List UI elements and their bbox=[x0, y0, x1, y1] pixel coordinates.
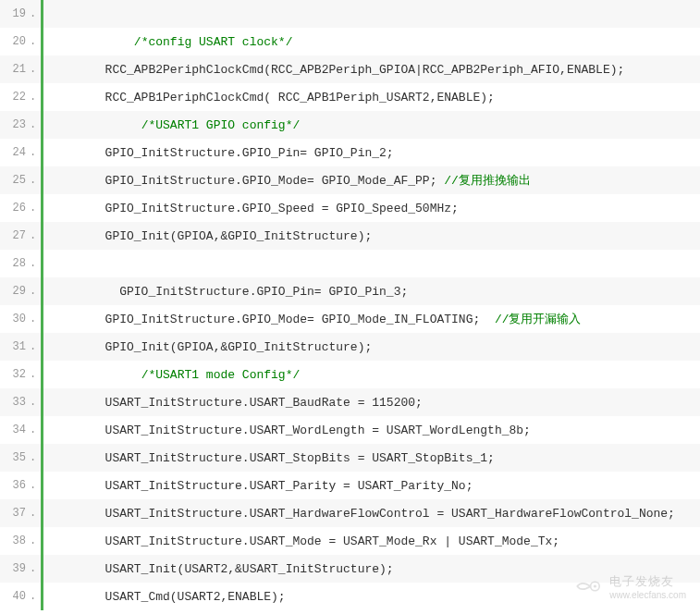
line-dot: . bbox=[30, 534, 37, 547]
code-content: USART_InitStructure.USART_HardwareFlowCo… bbox=[55, 507, 700, 521]
line-number: 34 bbox=[0, 424, 30, 436]
line-dot: . bbox=[30, 174, 37, 187]
line-dot: . bbox=[30, 285, 37, 298]
line-number: 23 bbox=[0, 118, 30, 131]
code-line: 29. GPIO_InitStructure.GPIO_Pin= GPIO_Pi… bbox=[0, 277, 700, 305]
line-number: 36 bbox=[0, 479, 30, 492]
code-line: 21. RCC_APB2PeriphClockCmd(RCC_APB2Perip… bbox=[0, 55, 700, 83]
code-line: 34. USART_InitStructure.USART_WordLength… bbox=[0, 416, 700, 444]
line-number: 26 bbox=[0, 202, 30, 215]
gutter-bar bbox=[41, 305, 43, 333]
code-content: /*config USART clock*/ bbox=[55, 35, 700, 49]
gutter-bar bbox=[41, 388, 43, 416]
line-dot: . bbox=[30, 63, 37, 76]
code-content: USART_InitStructure.USART_WordLength = U… bbox=[55, 424, 700, 437]
gutter-bar bbox=[41, 55, 43, 83]
gutter-bar bbox=[41, 83, 43, 111]
code-comment: //复用开漏输入 bbox=[495, 313, 582, 326]
code-content: USART_InitStructure.USART_Parity = USART… bbox=[55, 479, 700, 493]
line-number: 40 bbox=[0, 590, 30, 603]
line-number: 33 bbox=[0, 396, 30, 409]
code-content: /*USART1 GPIO config*/ bbox=[55, 118, 700, 132]
line-number: 28 bbox=[0, 257, 30, 270]
line-number: 24 bbox=[0, 146, 30, 159]
code-comment: /*USART1 GPIO config*/ bbox=[141, 118, 301, 132]
line-number: 20 bbox=[0, 35, 30, 48]
gutter-bar bbox=[41, 111, 43, 139]
code-content: /*USART1 mode Config*/ bbox=[55, 368, 700, 382]
gutter-bar bbox=[41, 333, 43, 361]
gutter-bar bbox=[41, 444, 43, 472]
line-dot: . bbox=[30, 91, 37, 104]
line-dot: . bbox=[30, 35, 37, 48]
code-content: GPIO_InitStructure.GPIO_Speed = GPIO_Spe… bbox=[55, 202, 700, 215]
gutter-bar bbox=[41, 499, 43, 527]
code-line: 25. GPIO_InitStructure.GPIO_Mode= GPIO_M… bbox=[0, 166, 700, 194]
gutter-bar bbox=[41, 583, 43, 610]
code-comment: //复用推挽输出 bbox=[444, 174, 531, 188]
code-content: GPIO_InitStructure.GPIO_Mode= GPIO_Mode_… bbox=[55, 311, 700, 327]
line-dot: . bbox=[30, 479, 37, 492]
gutter-bar bbox=[41, 222, 43, 250]
code-line: 28. bbox=[0, 250, 700, 277]
line-dot: . bbox=[30, 424, 37, 436]
code-line: 36. USART_InitStructure.USART_Parity = U… bbox=[0, 472, 700, 499]
code-content: RCC_APB2PeriphClockCmd(RCC_APB2Periph_GP… bbox=[55, 63, 700, 77]
line-dot: . bbox=[30, 507, 37, 520]
code-line: 39. USART_Init(USART2,&USART_InitStructu… bbox=[0, 555, 700, 583]
gutter-bar bbox=[41, 0, 43, 28]
gutter-bar bbox=[41, 250, 43, 277]
code-content: USART_Cmd(USART2,ENABLE); bbox=[55, 590, 700, 604]
line-number: 35 bbox=[0, 451, 30, 464]
gutter-bar bbox=[41, 166, 43, 194]
gutter-bar bbox=[41, 472, 43, 499]
line-dot: . bbox=[30, 590, 37, 603]
line-dot: . bbox=[30, 313, 37, 325]
code-line: 33. USART_InitStructure.USART_BaudRate =… bbox=[0, 388, 700, 416]
line-dot: . bbox=[30, 451, 37, 464]
line-number: 39 bbox=[0, 562, 30, 575]
gutter-bar bbox=[41, 555, 43, 583]
code-line: 40. USART_Cmd(USART2,ENABLE); bbox=[0, 583, 700, 610]
code-line: 24. GPIO_InitStructure.GPIO_Pin= GPIO_Pi… bbox=[0, 139, 700, 166]
code-line: 37. USART_InitStructure.USART_HardwareFl… bbox=[0, 499, 700, 527]
line-dot: . bbox=[30, 146, 37, 159]
gutter-bar bbox=[41, 416, 43, 444]
line-number: 27 bbox=[0, 229, 30, 242]
line-dot: . bbox=[30, 396, 37, 409]
code-line: 26. GPIO_InitStructure.GPIO_Speed = GPIO… bbox=[0, 194, 700, 222]
code-content: GPIO_InitStructure.GPIO_Mode= GPIO_Mode_… bbox=[55, 172, 700, 189]
line-number: 38 bbox=[0, 534, 30, 547]
line-number: 29 bbox=[0, 285, 30, 298]
line-dot: . bbox=[30, 229, 37, 242]
code-container: 19.20. /*config USART clock*/21. RCC_APB… bbox=[0, 0, 700, 610]
code-content: RCC_APB1PeriphClockCmd( RCC_APB1Periph_U… bbox=[55, 91, 700, 104]
gutter-bar bbox=[41, 361, 43, 388]
line-number: 31 bbox=[0, 340, 30, 353]
code-line: 32. /*USART1 mode Config*/ bbox=[0, 361, 700, 388]
code-line: 23. /*USART1 GPIO config*/ bbox=[0, 111, 700, 139]
code-line: 35. USART_InitStructure.USART_StopBits =… bbox=[0, 444, 700, 472]
line-number: 21 bbox=[0, 63, 30, 76]
code-content: USART_InitStructure.USART_BaudRate = 115… bbox=[55, 396, 700, 410]
gutter-bar bbox=[41, 28, 43, 55]
code-line: 22. RCC_APB1PeriphClockCmd( RCC_APB1Peri… bbox=[0, 83, 700, 111]
line-number: 37 bbox=[0, 507, 30, 520]
line-dot: . bbox=[30, 257, 37, 270]
line-dot: . bbox=[30, 340, 37, 353]
line-dot: . bbox=[30, 562, 37, 575]
line-number: 19 bbox=[0, 7, 30, 20]
line-dot: . bbox=[30, 118, 37, 131]
code-content: GPIO_Init(GPIOA,&GPIO_InitStructure); bbox=[55, 229, 700, 243]
gutter-bar bbox=[41, 527, 43, 555]
gutter-bar bbox=[41, 194, 43, 222]
code-line: 38. USART_InitStructure.USART_Mode = USA… bbox=[0, 527, 700, 555]
gutter-bar bbox=[41, 277, 43, 305]
line-dot: . bbox=[30, 7, 37, 20]
code-line: 31. GPIO_Init(GPIOA,&GPIO_InitStructure)… bbox=[0, 333, 700, 361]
code-line: 19. bbox=[0, 0, 700, 28]
code-comment: /*config USART clock*/ bbox=[134, 35, 293, 49]
code-content: GPIO_InitStructure.GPIO_Pin= GPIO_Pin_2; bbox=[55, 146, 700, 160]
code-content: GPIO_InitStructure.GPIO_Pin= GPIO_Pin_3; bbox=[55, 285, 700, 299]
line-number: 25 bbox=[0, 174, 30, 187]
